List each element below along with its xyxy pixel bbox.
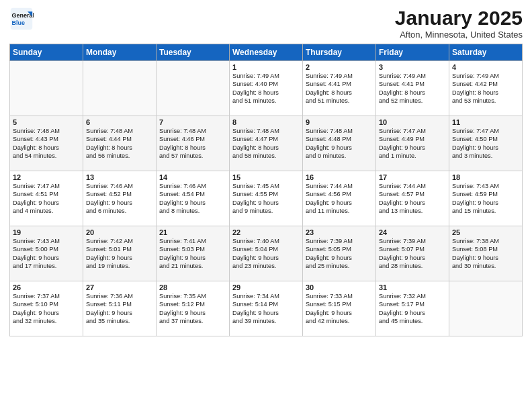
- calendar-cell: 21Sunrise: 7:41 AM Sunset: 5:03 PM Dayli…: [157, 226, 230, 281]
- day-detail: Sunrise: 7:47 AM Sunset: 4:49 PM Dayligh…: [379, 127, 446, 161]
- header-tuesday: Tuesday: [157, 44, 230, 61]
- calendar-cell: 14Sunrise: 7:46 AM Sunset: 4:54 PM Dayli…: [157, 171, 230, 226]
- day-number: 2: [306, 63, 373, 71]
- day-detail: Sunrise: 7:49 AM Sunset: 4:41 PM Dayligh…: [379, 72, 446, 105]
- day-detail: Sunrise: 7:43 AM Sunset: 5:00 PM Dayligh…: [13, 237, 80, 271]
- calendar-week-4: 19Sunrise: 7:43 AM Sunset: 5:00 PM Dayli…: [10, 226, 523, 281]
- day-number: 12: [13, 173, 80, 181]
- day-number: 17: [379, 173, 446, 181]
- calendar-cell: 28Sunrise: 7:35 AM Sunset: 5:12 PM Dayli…: [157, 281, 230, 336]
- day-number: 22: [232, 228, 300, 236]
- calendar-cell: [449, 281, 523, 336]
- calendar-cell: 15Sunrise: 7:45 AM Sunset: 4:55 PM Dayli…: [230, 171, 303, 226]
- day-number: 6: [86, 118, 153, 126]
- calendar-cell: 17Sunrise: 7:44 AM Sunset: 4:57 PM Dayli…: [376, 171, 449, 226]
- calendar-cell: 12Sunrise: 7:47 AM Sunset: 4:51 PM Dayli…: [10, 171, 83, 226]
- day-number: 7: [159, 118, 226, 126]
- day-number: 25: [452, 228, 519, 236]
- day-number: 27: [86, 283, 153, 291]
- calendar-cell: 7Sunrise: 7:48 AM Sunset: 4:46 PM Daylig…: [157, 116, 230, 171]
- calendar-cell: [157, 61, 230, 116]
- calendar-cell: 23Sunrise: 7:39 AM Sunset: 5:05 PM Dayli…: [303, 226, 376, 281]
- day-detail: Sunrise: 7:45 AM Sunset: 4:55 PM Dayligh…: [232, 182, 300, 216]
- day-detail: Sunrise: 7:49 AM Sunset: 4:42 PM Dayligh…: [452, 72, 519, 105]
- calendar-cell: 6Sunrise: 7:48 AM Sunset: 4:44 PM Daylig…: [83, 116, 157, 171]
- header-friday: Friday: [376, 44, 449, 61]
- calendar-subtitle: Afton, Minnesota, United States: [395, 30, 523, 40]
- calendar-week-5: 26Sunrise: 7:37 AM Sunset: 5:10 PM Dayli…: [10, 281, 523, 336]
- day-detail: Sunrise: 7:48 AM Sunset: 4:43 PM Dayligh…: [13, 127, 80, 161]
- header-thursday: Thursday: [303, 44, 376, 61]
- svg-text:Blue: Blue: [12, 19, 26, 26]
- calendar-table: Sunday Monday Tuesday Wednesday Thursday…: [9, 44, 523, 336]
- day-number: 30: [306, 283, 373, 291]
- logo-icon: General Blue: [9, 7, 34, 31]
- header-sunday: Sunday: [10, 44, 83, 61]
- logo: General Blue: [9, 7, 34, 31]
- calendar-body: 1Sunrise: 7:49 AM Sunset: 4:40 PM Daylig…: [10, 61, 523, 336]
- day-number: 23: [306, 228, 373, 236]
- day-number: 9: [306, 118, 373, 126]
- day-detail: Sunrise: 7:34 AM Sunset: 5:14 PM Dayligh…: [232, 292, 300, 326]
- calendar-cell: 13Sunrise: 7:46 AM Sunset: 4:52 PM Dayli…: [83, 171, 157, 226]
- day-detail: Sunrise: 7:44 AM Sunset: 4:57 PM Dayligh…: [379, 182, 446, 216]
- day-detail: Sunrise: 7:42 AM Sunset: 5:01 PM Dayligh…: [86, 237, 153, 271]
- calendar-cell: 24Sunrise: 7:39 AM Sunset: 5:07 PM Dayli…: [376, 226, 449, 281]
- day-detail: Sunrise: 7:49 AM Sunset: 4:41 PM Dayligh…: [306, 72, 373, 105]
- day-number: 19: [13, 228, 80, 236]
- calendar-cell: 5Sunrise: 7:48 AM Sunset: 4:43 PM Daylig…: [10, 116, 83, 171]
- day-detail: Sunrise: 7:41 AM Sunset: 5:03 PM Dayligh…: [159, 237, 226, 271]
- day-detail: Sunrise: 7:48 AM Sunset: 4:47 PM Dayligh…: [232, 127, 300, 161]
- day-number: 1: [232, 63, 300, 71]
- calendar-cell: 2Sunrise: 7:49 AM Sunset: 4:41 PM Daylig…: [303, 61, 376, 116]
- calendar-cell: 4Sunrise: 7:49 AM Sunset: 4:42 PM Daylig…: [449, 61, 523, 116]
- calendar-cell: [83, 61, 157, 116]
- day-number: 16: [306, 173, 373, 181]
- weekday-header-row: Sunday Monday Tuesday Wednesday Thursday…: [10, 44, 523, 61]
- calendar-cell: 1Sunrise: 7:49 AM Sunset: 4:40 PM Daylig…: [230, 61, 303, 116]
- day-detail: Sunrise: 7:39 AM Sunset: 5:05 PM Dayligh…: [306, 237, 373, 271]
- calendar-cell: 8Sunrise: 7:48 AM Sunset: 4:47 PM Daylig…: [230, 116, 303, 171]
- day-detail: Sunrise: 7:44 AM Sunset: 4:56 PM Dayligh…: [306, 182, 373, 216]
- calendar-cell: 27Sunrise: 7:36 AM Sunset: 5:11 PM Dayli…: [83, 281, 157, 336]
- day-detail: Sunrise: 7:40 AM Sunset: 5:04 PM Dayligh…: [232, 237, 300, 271]
- page-container: General Blue January 2025 Afton, Minneso…: [0, 0, 532, 340]
- day-detail: Sunrise: 7:33 AM Sunset: 5:15 PM Dayligh…: [306, 292, 373, 326]
- day-number: 14: [159, 173, 226, 181]
- day-number: 3: [379, 63, 446, 71]
- calendar-cell: 19Sunrise: 7:43 AM Sunset: 5:00 PM Dayli…: [10, 226, 83, 281]
- calendar-cell: 9Sunrise: 7:48 AM Sunset: 4:48 PM Daylig…: [303, 116, 376, 171]
- day-number: 18: [452, 173, 519, 181]
- calendar-cell: 16Sunrise: 7:44 AM Sunset: 4:56 PM Dayli…: [303, 171, 376, 226]
- day-number: 31: [379, 283, 446, 291]
- calendar-week-3: 12Sunrise: 7:47 AM Sunset: 4:51 PM Dayli…: [10, 171, 523, 226]
- calendar-cell: 26Sunrise: 7:37 AM Sunset: 5:10 PM Dayli…: [10, 281, 83, 336]
- day-detail: Sunrise: 7:48 AM Sunset: 4:46 PM Dayligh…: [159, 127, 226, 161]
- day-detail: Sunrise: 7:48 AM Sunset: 4:48 PM Dayligh…: [306, 127, 373, 161]
- day-number: 24: [379, 228, 446, 236]
- day-number: 8: [232, 118, 300, 126]
- day-number: 5: [13, 118, 80, 126]
- day-detail: Sunrise: 7:47 AM Sunset: 4:51 PM Dayligh…: [13, 182, 80, 216]
- day-detail: Sunrise: 7:36 AM Sunset: 5:11 PM Dayligh…: [86, 292, 153, 326]
- calendar-cell: 18Sunrise: 7:43 AM Sunset: 4:59 PM Dayli…: [449, 171, 523, 226]
- day-number: 28: [159, 283, 226, 291]
- day-detail: Sunrise: 7:37 AM Sunset: 5:10 PM Dayligh…: [13, 292, 80, 326]
- header-monday: Monday: [83, 44, 157, 61]
- day-number: 4: [452, 63, 519, 71]
- calendar-cell: 11Sunrise: 7:47 AM Sunset: 4:50 PM Dayli…: [449, 116, 523, 171]
- calendar-cell: 10Sunrise: 7:47 AM Sunset: 4:49 PM Dayli…: [376, 116, 449, 171]
- day-detail: Sunrise: 7:32 AM Sunset: 5:17 PM Dayligh…: [379, 292, 446, 326]
- header: General Blue January 2025 Afton, Minneso…: [9, 7, 523, 40]
- calendar-title: January 2025: [395, 7, 523, 30]
- day-detail: Sunrise: 7:49 AM Sunset: 4:40 PM Dayligh…: [232, 72, 300, 105]
- day-detail: Sunrise: 7:43 AM Sunset: 4:59 PM Dayligh…: [452, 182, 519, 216]
- day-number: 10: [379, 118, 446, 126]
- day-number: 21: [159, 228, 226, 236]
- calendar-cell: 3Sunrise: 7:49 AM Sunset: 4:41 PM Daylig…: [376, 61, 449, 116]
- day-number: 11: [452, 118, 519, 126]
- day-detail: Sunrise: 7:46 AM Sunset: 4:52 PM Dayligh…: [86, 182, 153, 216]
- calendar-week-2: 5Sunrise: 7:48 AM Sunset: 4:43 PM Daylig…: [10, 116, 523, 171]
- day-detail: Sunrise: 7:38 AM Sunset: 5:08 PM Dayligh…: [452, 237, 519, 271]
- calendar-cell: 22Sunrise: 7:40 AM Sunset: 5:04 PM Dayli…: [230, 226, 303, 281]
